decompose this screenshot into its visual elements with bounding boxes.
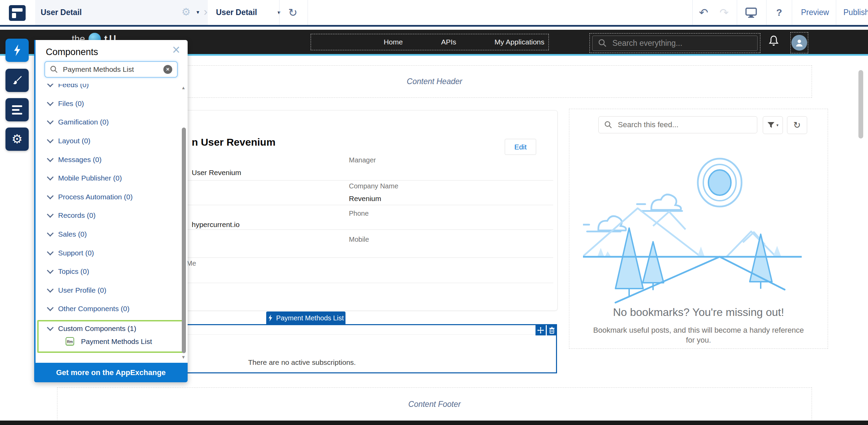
move-component-button[interactable] — [535, 325, 546, 335]
help-button[interactable]: ? — [768, 0, 790, 25]
component-category[interactable]: Topics (0) — [36, 262, 182, 281]
page-scrollbar[interactable] — [858, 70, 863, 138]
clear-search-icon[interactable]: × — [163, 65, 172, 74]
nav-link-my-applications[interactable]: My Applications — [494, 38, 544, 46]
field-separator — [165, 205, 553, 205]
refresh-button[interactable]: ↻ — [281, 0, 305, 25]
logo-bar — [12, 13, 16, 18]
component-inner-line — [178, 334, 556, 335]
scroll-up-icon[interactable]: ▲ — [181, 85, 186, 90]
user-icon — [795, 38, 804, 47]
notifications-bell-icon[interactable] — [768, 35, 779, 49]
record-title: n User Revenium — [192, 136, 275, 148]
component-category-label: Records (0) — [58, 211, 96, 220]
component-category[interactable]: Feeds (0) — [36, 84, 182, 94]
component-category-label: Gamification (0) — [58, 118, 109, 126]
page-gear-caret-icon[interactable]: ▾ — [196, 9, 199, 15]
chevron-down-icon — [47, 136, 54, 143]
close-icon[interactable]: × — [172, 43, 180, 56]
site-search-box[interactable] — [592, 36, 758, 51]
delete-component-button[interactable] — [547, 325, 557, 335]
payment-methods-list-result[interactable]: Rm Payment Methods List — [66, 337, 152, 346]
move-icon — [537, 327, 544, 334]
component-actions — [535, 325, 557, 335]
component-category[interactable]: Messages (0) — [36, 150, 182, 169]
component-category[interactable]: Gamification (0) — [36, 113, 182, 132]
component-category-list: Feeds (0) Files (0) Gamification (0) Lay… — [36, 84, 182, 318]
chevron-down-icon — [47, 118, 54, 125]
selected-component-tab: Payment Methods List — [266, 311, 345, 324]
rail-components-button[interactable] — [5, 39, 29, 62]
component-category-label: Topics (0) — [58, 267, 89, 276]
search-icon — [598, 39, 607, 48]
nav-link-apis[interactable]: APIs — [441, 38, 456, 46]
avatar[interactable] — [791, 35, 807, 51]
component-category[interactable]: Support (0) — [36, 243, 182, 262]
chevron-down-icon — [47, 249, 54, 255]
user-record-card: n User Revenium Edit User Revenium hyper… — [161, 110, 558, 311]
page-gear-icon[interactable]: ⚙ — [181, 6, 191, 18]
nav-link-home[interactable]: Home — [384, 38, 403, 46]
custom-components-label: Custom Components (1) — [58, 324, 136, 333]
chevron-down-icon — [47, 286, 54, 293]
feed-search-box[interactable] — [598, 116, 757, 133]
edit-button[interactable]: Edit — [505, 139, 536, 155]
components-search-input[interactable] — [62, 65, 159, 74]
components-search-box[interactable]: × — [44, 61, 178, 78]
divider — [792, 0, 792, 25]
redo-button[interactable]: ↷ — [714, 0, 734, 25]
appexchange-button[interactable]: Get more on the AppExchange — [34, 363, 188, 382]
rail-settings-button[interactable]: ⚙ — [5, 128, 29, 151]
page-selector-dropdown[interactable]: User Detail ▾ — [216, 0, 280, 25]
search-icon — [604, 121, 612, 129]
filter-funnel-icon — [767, 122, 775, 129]
component-category-label: Other Components (0) — [58, 305, 130, 313]
breadcrumb-chevron-icon: › — [204, 5, 207, 18]
component-category[interactable]: Files (0) — [36, 94, 182, 113]
component-category-label: Layout (0) — [58, 137, 91, 145]
preview-button[interactable]: Preview — [801, 0, 829, 25]
page-title: User Detail — [41, 8, 82, 17]
component-category[interactable]: Process Automation (0) — [36, 188, 182, 207]
chevron-down-icon — [47, 192, 54, 199]
feed-search-input[interactable] — [617, 120, 745, 130]
undo-button[interactable]: ↶ — [694, 0, 714, 25]
chevron-down-icon — [47, 211, 54, 218]
site-nav-menu: Home APIs My Applications — [311, 34, 549, 50]
field-separator — [165, 283, 553, 283]
feed-filter-button[interactable]: ▾ — [763, 116, 783, 134]
company-name-label: Company Name — [349, 182, 398, 190]
content-header-label: Content Header — [407, 77, 462, 86]
page-title-section: User Detail ⚙ ▾ — [35, 0, 208, 25]
rail-content-button[interactable] — [5, 98, 29, 121]
component-category[interactable]: Records (0) — [36, 206, 182, 225]
trash-icon — [549, 327, 555, 334]
components-panel-title: Components — [46, 47, 98, 57]
profile-region — [790, 32, 808, 53]
feed-region: ▾ ↻ — [569, 109, 828, 349]
component-category[interactable]: Sales (0) — [36, 225, 182, 244]
name-value: User Revenium — [192, 169, 241, 177]
component-category[interactable]: User Profile (0) — [36, 281, 182, 300]
custom-components-header[interactable]: Custom Components (1) — [48, 324, 136, 333]
field-separator — [165, 180, 553, 181]
component-category[interactable]: Other Components (0) — [36, 300, 182, 318]
chevron-down-icon — [47, 267, 54, 274]
rail-theme-button[interactable] — [5, 69, 29, 92]
content-lines-icon — [12, 103, 22, 117]
builder-logo-icon[interactable] — [9, 5, 26, 21]
site-search-input[interactable] — [612, 38, 743, 48]
component-category[interactable]: Mobile Publisher (0) — [36, 169, 182, 188]
feed-refresh-button[interactable]: ↻ — [787, 116, 807, 134]
component-category-label: Process Automation (0) — [58, 193, 133, 201]
device-preview-button[interactable] — [739, 0, 763, 25]
panel-scrollbar[interactable] — [182, 128, 186, 353]
publish-button[interactable]: Publish — [843, 0, 868, 25]
horizontal-scrollbar[interactable] — [0, 421, 868, 425]
builder-toolbar: User Detail ⚙ ▾ › User Detail ▾ ↻ ↶ ↷ ? … — [0, 0, 868, 27]
divider — [766, 0, 767, 25]
component-category[interactable]: Layout (0) — [36, 132, 182, 150]
content-footer-region[interactable]: Content Footer — [57, 387, 812, 421]
scroll-down-icon[interactable]: ▼ — [181, 355, 186, 360]
payment-methods-list-component[interactable]: There are no active subscriptions. — [177, 324, 557, 373]
